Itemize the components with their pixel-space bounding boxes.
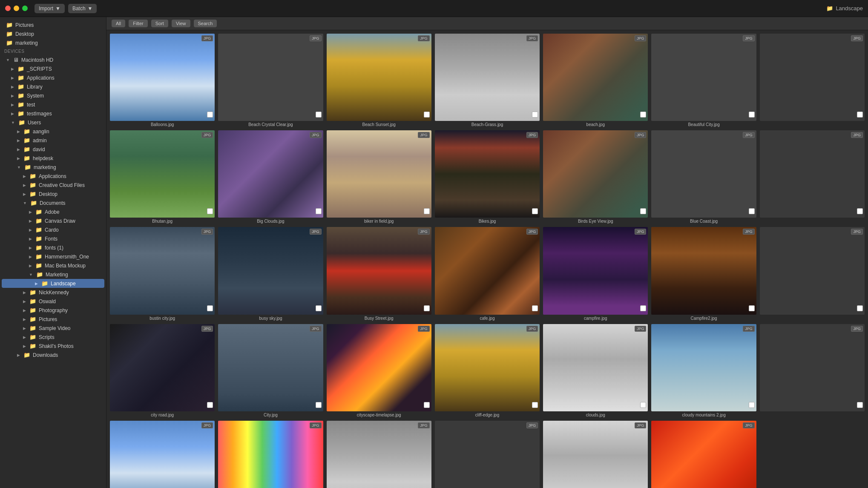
image-cell[interactable]: JPG — [650, 419, 758, 488]
image-cell[interactable]: JPGcloudy mountains 2.jpg — [650, 322, 758, 419]
image-cell[interactable]: JPGBusy Street.jpg — [325, 225, 433, 322]
image-cell[interactable]: JPGBeautiful City.jpg — [650, 32, 758, 129]
sidebar-item-scripts-mkt[interactable]: ▶ 📁 Scripts — [2, 333, 104, 342]
maximize-button[interactable] — [22, 6, 28, 11]
image-cell[interactable]: JPGcity road.jpg — [108, 322, 216, 419]
close-button[interactable] — [5, 6, 11, 11]
image-cell[interactable]: JPGBeach Sunset.jpg — [325, 32, 433, 129]
sidebar-item-system[interactable]: ▶ 📁 System — [2, 91, 104, 100]
image-cell[interactable]: JPGbeach.jpg — [541, 32, 650, 129]
sidebar-item-nickkennedy[interactable]: ▶ 📁 NickKennedy — [2, 288, 104, 297]
batch-button[interactable]: Batch ▼ — [68, 4, 97, 13]
sidebar-item-fonts[interactable]: ▶ 📁 Fonts — [2, 234, 104, 243]
sidebar-item-oswald[interactable]: ▶ 📁 Oswald — [2, 297, 104, 306]
sidebar-item-marketing-user[interactable]: ▼ 📁 marketing — [2, 163, 104, 172]
select-checkbox[interactable] — [857, 402, 863, 408]
select-checkbox[interactable] — [424, 112, 430, 118]
sidebar-item-applications-root[interactable]: ▶ 📁 Applications — [2, 73, 104, 82]
image-cell[interactable]: JPGBeach Crystal Clear.jpg — [216, 32, 325, 129]
select-checkbox[interactable] — [749, 402, 755, 408]
sidebar-item-pictures-mkt[interactable]: ▶ 📁 Pictures — [2, 315, 104, 324]
image-cell[interactable]: JPGBhutan.jpg — [108, 129, 216, 225]
sort-button[interactable]: Sort — [151, 20, 168, 27]
select-checkbox[interactable] — [532, 305, 538, 311]
sidebar-item-desktop[interactable]: 📁 Desktop — [2, 29, 104, 38]
sidebar-item-users[interactable]: ▼ 📁 Users — [2, 118, 104, 127]
image-cell[interactable]: JPGbusy sky.jpg — [216, 225, 325, 322]
image-cell[interactable]: JPGBlue Coast.jpg — [650, 129, 758, 225]
select-checkbox[interactable] — [640, 402, 646, 408]
sidebar-item-cardo[interactable]: ▶ 📁 Cardo — [2, 225, 104, 234]
search-button[interactable]: Search — [194, 20, 217, 27]
sidebar-item-library[interactable]: ▶ 📁 Library — [2, 82, 104, 91]
select-checkbox[interactable] — [532, 208, 538, 214]
select-checkbox[interactable] — [424, 208, 430, 214]
image-cell[interactable]: JPGBirds Eye View.jpg — [541, 129, 650, 225]
sidebar-item-mac-beta[interactable]: ▶ 📁 Mac Beta Mockup — [2, 261, 104, 270]
image-cell[interactable]: JPGBalloons.jpg — [108, 32, 216, 129]
select-checkbox[interactable] — [424, 305, 430, 311]
select-checkbox[interactable] — [207, 305, 213, 311]
import-button[interactable]: Import ▼ — [34, 4, 65, 13]
select-checkbox[interactable] — [207, 402, 213, 408]
select-checkbox[interactable] — [316, 208, 322, 214]
sidebar-item-creative-cloud[interactable]: ▶ 📁 Creative Cloud Files — [2, 181, 104, 189]
sidebar-item-scripts[interactable]: ▶ 📁 _SCRIPTS — [2, 64, 104, 73]
image-cell[interactable]: JPGbiker in field.jpg — [325, 129, 433, 225]
image-cell[interactable]: JPGcityscape-timelapse.jpg — [325, 322, 433, 419]
image-cell[interactable]: JPGcafe.jpg — [433, 225, 541, 322]
image-cell[interactable]: JPG — [758, 225, 866, 322]
sidebar-item-helpdesk[interactable]: ▶ 📁 helpdesk — [2, 154, 104, 163]
image-cell[interactable]: JPGCity.jpg — [216, 322, 325, 419]
image-cell[interactable]: JPGBeach-Grass.jpg — [433, 32, 541, 129]
image-cell[interactable]: JPGclouds.jpg — [541, 322, 650, 419]
filter-button[interactable]: Filter — [129, 20, 147, 27]
sidebar-item-canvas-draw[interactable]: ▶ 📁 Canvas Draw — [2, 216, 104, 225]
sidebar-item-photography[interactable]: ▶ 📁 Photography — [2, 306, 104, 315]
image-cell[interactable]: JPG — [433, 419, 541, 488]
select-checkbox[interactable] — [532, 402, 538, 408]
image-cell[interactable]: JPG — [541, 419, 650, 488]
all-button[interactable]: All — [112, 20, 125, 27]
select-checkbox[interactable] — [316, 305, 322, 311]
sidebar-item-documents[interactable]: ▼ 📁 Documents — [2, 198, 104, 207]
sidebar-item-admin[interactable]: ▶ 📁 admin — [2, 136, 104, 145]
minimize-button[interactable] — [14, 6, 19, 11]
image-cell[interactable]: JPGbustin city.jpg — [108, 225, 216, 322]
image-cell[interactable]: JPGBikes.jpg — [433, 129, 541, 225]
select-checkbox[interactable] — [316, 402, 322, 408]
sidebar-item-desktop-mkt[interactable]: ▶ 📁 Desktop — [2, 189, 104, 198]
select-checkbox[interactable] — [749, 112, 755, 118]
select-checkbox[interactable] — [640, 305, 646, 311]
select-checkbox[interactable] — [532, 112, 538, 118]
select-checkbox[interactable] — [424, 402, 430, 408]
select-checkbox[interactable] — [749, 305, 755, 311]
sidebar-item-pictures[interactable]: 📁 Pictures — [2, 20, 104, 29]
sidebar-item-landscape[interactable]: ▶ 📁 Landscape — [2, 279, 104, 288]
image-cell[interactable]: JPG — [216, 419, 325, 488]
select-checkbox[interactable] — [207, 112, 213, 118]
sidebar-item-test[interactable]: ▶ 📁 test — [2, 100, 104, 109]
sidebar-item-testimages[interactable]: ▶ 📁 testImages — [2, 109, 104, 118]
image-cell[interactable]: JPG — [758, 129, 866, 225]
select-checkbox[interactable] — [857, 112, 863, 118]
select-checkbox[interactable] — [640, 112, 646, 118]
sidebar-item-applications-mkt[interactable]: ▶ 📁 Applications — [2, 172, 104, 181]
image-cell[interactable]: JPGBig Clouds.jpg — [216, 129, 325, 225]
image-cell[interactable]: JPGCampfire2.jpg — [650, 225, 758, 322]
image-cell[interactable]: JPGcampfire.jpg — [541, 225, 650, 322]
image-cell[interactable]: JPG — [325, 419, 433, 488]
image-cell[interactable]: JPGcliff-edge.jpg — [433, 322, 541, 419]
select-checkbox[interactable] — [640, 208, 646, 214]
sidebar-item-fonts1[interactable]: ▶ 📁 fonts (1) — [2, 243, 104, 252]
select-checkbox[interactable] — [749, 208, 755, 214]
select-checkbox[interactable] — [857, 305, 863, 311]
sidebar-item-marketing-doc[interactable]: ▼ 📁 Marketing — [2, 270, 104, 279]
sidebar-item-marketing-fav[interactable]: 📁 marketing — [2, 38, 104, 47]
sidebar-item-macintosh-hd[interactable]: ▼ 🖥 Macintosh HD — [2, 55, 104, 64]
select-checkbox[interactable] — [316, 112, 322, 118]
view-button[interactable]: View — [172, 20, 190, 27]
sidebar-item-david[interactable]: ▶ 📁 david — [2, 145, 104, 154]
sidebar-item-adobe[interactable]: ▶ 📁 Adobe — [2, 207, 104, 216]
image-cell[interactable]: JPG — [108, 419, 216, 488]
